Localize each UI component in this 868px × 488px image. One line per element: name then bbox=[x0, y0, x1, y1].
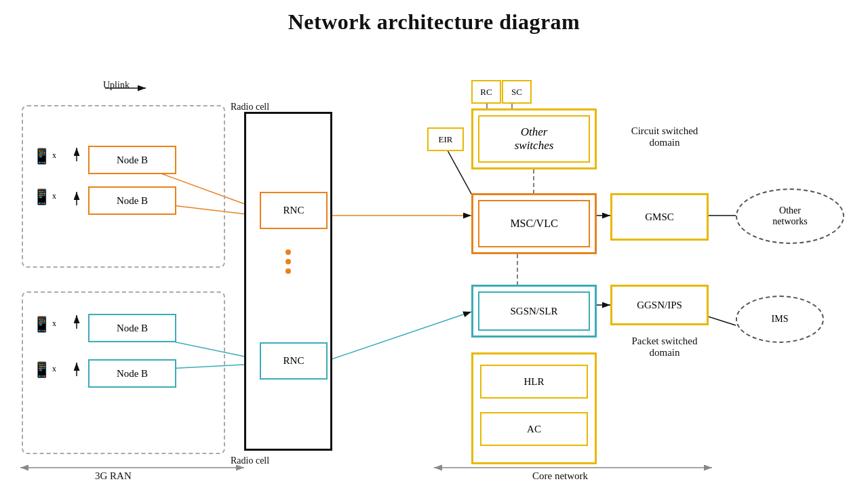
node-b-1: Node B bbox=[88, 146, 176, 174]
x-label-3: x bbox=[52, 319, 56, 329]
radio-cell-label-1: Radio cell bbox=[231, 102, 269, 113]
rnc-1: RNC bbox=[260, 192, 328, 229]
x-label-1: x bbox=[52, 150, 56, 161]
svg-line-14 bbox=[326, 312, 471, 361]
node-b-2: Node B bbox=[88, 186, 176, 215]
sgsn-slr-outer: SGSN/SLR bbox=[471, 285, 597, 338]
node-b-3: Node B bbox=[88, 314, 176, 342]
hlr-box: HLR bbox=[480, 365, 588, 399]
phone-icon-3: 📱 bbox=[33, 316, 51, 333]
ims-ellipse: IMS bbox=[736, 296, 824, 343]
gmsc-box: GMSC bbox=[610, 193, 709, 241]
ac-box: AC bbox=[480, 412, 588, 446]
other-switches-label: Otherswitches bbox=[515, 125, 554, 152]
other-networks-label: Othernetworks bbox=[772, 205, 807, 227]
3gran-label: 3G RAN bbox=[95, 470, 132, 482]
x-label-4: x bbox=[52, 364, 56, 374]
other-networks-ellipse: Othernetworks bbox=[736, 188, 844, 244]
sc-box: SC bbox=[502, 80, 532, 104]
rnc-2: RNC bbox=[260, 342, 328, 380]
corenet-label: Core network bbox=[532, 470, 588, 482]
other-switches-inner: Otherswitches bbox=[478, 115, 590, 163]
circuit-domain-label: Circuit switcheddomain bbox=[610, 125, 719, 148]
other-switches-outer: Otherswitches bbox=[471, 108, 597, 169]
ims-label: IMS bbox=[772, 314, 789, 325]
phone-icon-1: 📱 bbox=[33, 148, 51, 165]
diagram-container: Network architecture diagram bbox=[0, 0, 868, 488]
msc-vlc-outer: MSC/VLC bbox=[471, 193, 597, 254]
svg-line-21 bbox=[448, 150, 475, 200]
rc-box: RC bbox=[471, 80, 501, 104]
eir-box: EIR bbox=[427, 127, 464, 151]
sgsn-slr-inner: SGSN/SLR bbox=[478, 291, 590, 331]
page-title: Network architecture diagram bbox=[0, 0, 868, 35]
msc-vlc-inner: MSC/VLC bbox=[478, 200, 590, 247]
hlr-ac-outer: HLR AC bbox=[471, 352, 597, 464]
ggsn-ips-box: GGSN/IPS bbox=[610, 285, 709, 325]
phone-icon-2: 📱 bbox=[33, 188, 51, 206]
radio-tower-region bbox=[244, 112, 332, 451]
uplink-label: Uplink bbox=[103, 80, 130, 91]
radio-cell-label-2: Radio cell bbox=[231, 455, 269, 466]
x-label-2: x bbox=[52, 191, 56, 201]
node-b-4: Node B bbox=[88, 359, 176, 388]
packet-domain-label: Packet switcheddomain bbox=[610, 336, 719, 359]
phone-icon-4: 📱 bbox=[33, 361, 51, 379]
